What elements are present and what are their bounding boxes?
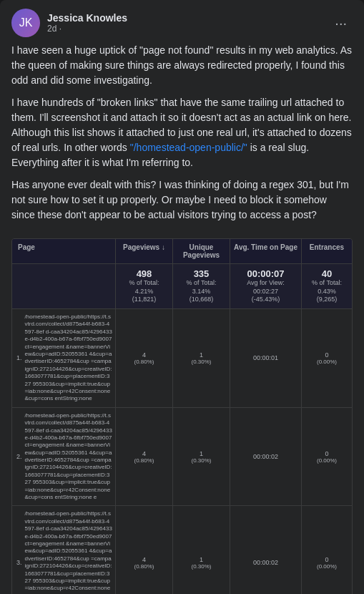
- post-header: JK Jessica Knowles 2d · ···: [0, 0, 364, 43]
- highlight-text: "/homestead-open-public/": [130, 142, 247, 153]
- row-3-upv: 1(0.30%): [173, 506, 230, 594]
- post-container: JK Jessica Knowles 2d · ··· I have seen …: [0, 0, 364, 594]
- row-3-ent: 0(0.00%): [302, 506, 352, 594]
- post-paragraph-3: Has anyone ever dealt with this? I was t…: [11, 177, 353, 223]
- row-2-url: 2. /homestead-open-public/https://t.svtr…: [12, 408, 116, 506]
- analytics-table: Page Pageviews ↓ Unique Pageviews Avg. T…: [11, 238, 353, 594]
- row-1-url: 1. /homestead-open-public/https://t.svtr…: [12, 309, 116, 407]
- post-meta: Jessica Knowles 2d ·: [47, 12, 127, 34]
- row-3-url: 3. /homestead-open-public/https://t.svtr…: [12, 506, 116, 594]
- post-paragraph-2: I have hundreds of "broken links" that h…: [11, 95, 353, 170]
- table-row: 2. /homestead-open-public/https://t.svtr…: [12, 408, 352, 507]
- col-header-pageviews[interactable]: Pageviews ↓: [116, 239, 173, 263]
- table-header: Page Pageviews ↓ Unique Pageviews Avg. T…: [12, 239, 352, 264]
- table-row: 1. /homestead-open-public/https://t.svtr…: [12, 309, 352, 408]
- total-page-cell: [12, 264, 116, 308]
- row-2-upv: 1(0.30%): [173, 408, 230, 506]
- total-pageviews: 498 % of Total:4.21%(11,821): [116, 264, 173, 308]
- more-options-button[interactable]: ···: [329, 12, 353, 34]
- col-header-avgtime[interactable]: Avg. Time on Page: [230, 239, 302, 263]
- post-paragraph-1: I have seen a huge uptick of "page not f…: [11, 43, 353, 88]
- row-2-ent: 0(0.00%): [302, 408, 352, 506]
- col-header-unique[interactable]: Unique Pageviews: [173, 239, 230, 263]
- row-2-time: 00:00:02: [230, 408, 302, 506]
- total-entrances: 40 % of Total:0.43%(9,265): [302, 264, 352, 308]
- row-1-pv: 4(0.80%): [116, 309, 173, 407]
- row-3-pv: 4(0.80%): [116, 506, 173, 594]
- col-header-page: Page: [12, 239, 116, 263]
- col-header-entrances[interactable]: Entrances: [302, 239, 352, 263]
- table-totals-row: 498 % of Total:4.21%(11,821) 335 % of To…: [12, 264, 352, 309]
- post-time: 2d ·: [47, 24, 127, 34]
- row-2-pv: 4(0.80%): [116, 408, 173, 506]
- total-avg-time: 00:00:07 Avg for View:00:02:27(-45.43%): [230, 264, 302, 308]
- post-author: Jessica Knowles: [47, 12, 127, 24]
- table-row: 3. /homestead-open-public/https://t.svtr…: [12, 506, 352, 594]
- row-1-ent: 0(0.00%): [302, 309, 352, 407]
- post-header-left: JK Jessica Knowles 2d ·: [11, 9, 127, 37]
- row-1-time: 00:00:01: [230, 309, 302, 407]
- total-unique-pv: 335 % of Total:3.14%(10,668): [173, 264, 230, 308]
- row-1-upv: 1(0.30%): [173, 309, 230, 407]
- avatar: JK: [11, 9, 40, 37]
- row-3-time: 00:00:02: [230, 506, 302, 594]
- post-body: I have seen a huge uptick of "page not f…: [0, 43, 364, 238]
